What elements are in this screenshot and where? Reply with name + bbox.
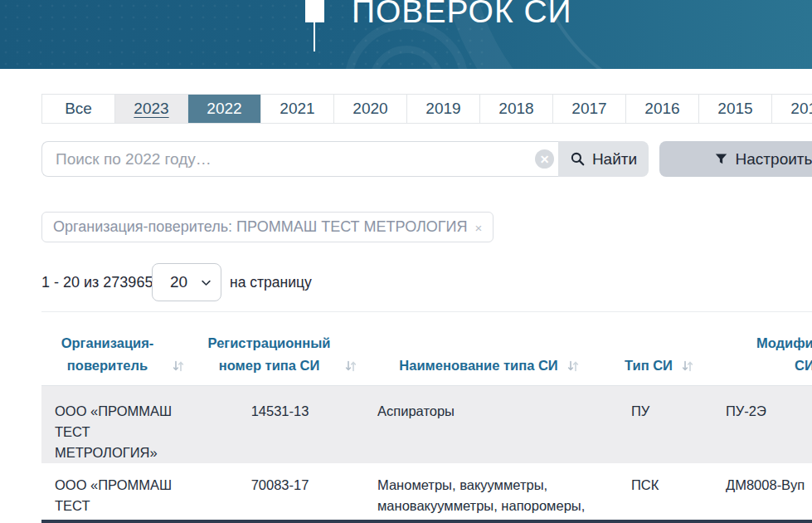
tab-2015[interactable]: 2015 [699, 95, 772, 123]
year-tabbar: Все 2023 2022 2021 2020 2019 2018 2017 2… [41, 94, 812, 124]
cell-si-type: ПСК [614, 475, 705, 523]
remove-filter-icon[interactable]: × [474, 221, 482, 235]
sort-icon[interactable] [172, 359, 185, 373]
tab-2022[interactable]: 2022 [188, 95, 261, 123]
tab-2021[interactable]: 2021 [261, 95, 334, 123]
cell-type-name: Аспираторы [365, 401, 614, 463]
find-button-label: Найти [592, 150, 637, 169]
column-header-modification[interactable]: Модификация СИ [705, 332, 812, 377]
table-header-row: Организация-поверитель Регистрационный н… [41, 312, 812, 386]
verifications-table: Организация-поверитель Регистрационный н… [41, 311, 812, 523]
column-header-si-type[interactable]: Тип СИ [614, 354, 705, 377]
cell-reg-number: 70083-17 [195, 475, 365, 523]
table-row[interactable]: ООО «ПРОММАШ ТЕСТ МЕТРОЛОГИЯ» 14531-13 А… [41, 386, 812, 463]
tab-2017[interactable]: 2017 [553, 95, 626, 123]
tab-2018[interactable]: 2018 [480, 95, 553, 123]
active-filter-chip[interactable]: Организация-поверитель: ПРОММАШ ТЕСТ МЕТ… [41, 212, 494, 242]
tab-2023[interactable]: 2023 [115, 95, 188, 123]
tab-2020[interactable]: 2020 [334, 95, 407, 123]
search-input[interactable] [41, 141, 558, 177]
filter-funnel-icon [714, 152, 728, 166]
page-title: ПОВЕРОК СИ [352, 0, 572, 30]
sort-icon[interactable] [681, 359, 694, 373]
page-size-value: 20 [153, 273, 200, 291]
column-header-org[interactable]: Организация-поверитель [41, 332, 195, 377]
title-accent-bar [305, 0, 324, 22]
page-header-banner: ПОВЕРОК СИ [0, 0, 812, 69]
results-range: 1 - 20 из 273965 [41, 263, 153, 301]
configure-button-label: Настроить [736, 150, 812, 169]
search-icon [570, 151, 586, 167]
cell-modification: ПУ-2Э [705, 401, 812, 463]
cell-reg-number: 14531-13 [195, 401, 365, 463]
column-header-type-name[interactable]: Наименование типа СИ [365, 354, 614, 377]
tab-2019[interactable]: 2019 [407, 95, 480, 123]
column-header-reg-number[interactable]: Регистрационный номер типа СИ [195, 332, 365, 377]
find-button[interactable]: Найти [558, 141, 649, 177]
cell-type-name: Манометры, вакуумметры, мановакуумметры,… [365, 475, 614, 523]
tab-2016[interactable]: 2016 [626, 95, 699, 123]
sort-icon[interactable] [344, 359, 357, 373]
per-page-label: на страницу [230, 263, 312, 301]
chevron-down-icon [200, 276, 212, 289]
cell-modification: ДМ8008-Вуп [705, 475, 812, 523]
search-bar: ✕ Найти [41, 141, 649, 177]
configure-filters-button[interactable]: Настроить [659, 141, 812, 177]
table-row[interactable]: ООО «ПРОММАШ ТЕСТ МЕТРОЛОГИЯ» 70083-17 М… [41, 463, 812, 523]
cell-org: ООО «ПРОММАШ ТЕСТ МЕТРОЛОГИЯ» [41, 401, 195, 463]
cell-org: ООО «ПРОММАШ ТЕСТ МЕТРОЛОГИЯ» [41, 475, 195, 523]
tab-2014[interactable]: 2014 [772, 95, 812, 123]
cell-si-type: ПУ [614, 401, 705, 463]
sort-icon[interactable] [566, 359, 580, 373]
page-size-select[interactable]: 20 [152, 263, 221, 301]
title-accent-line [314, 22, 315, 51]
next-row-partial-edge [41, 520, 812, 523]
filter-chip-label: Организация-поверитель: ПРОММАШ ТЕСТ МЕТ… [53, 218, 467, 236]
tab-all[interactable]: Все [42, 95, 115, 123]
clear-search-icon[interactable]: ✕ [535, 149, 554, 169]
